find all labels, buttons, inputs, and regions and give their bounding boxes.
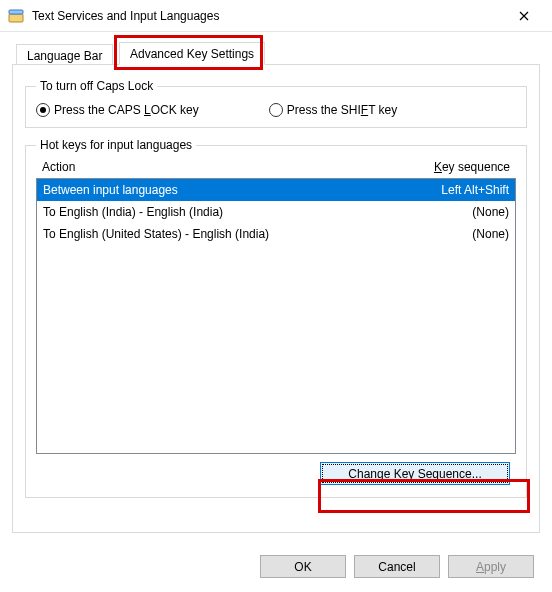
tab-strip: Language Bar Advanced Key Settings [12,42,540,65]
tab-content: To turn off Caps Lock Press the CAPS LOC… [12,65,540,533]
tab-language-bar[interactable]: Language Bar [16,44,113,65]
radio-indicator [269,103,283,117]
change-key-row: Change Key Sequence... [36,462,510,485]
svg-rect-1 [9,10,23,14]
tab-label: Advanced Key Settings [130,47,254,61]
ok-button[interactable]: OK [260,555,346,578]
capslock-radio-row: Press the CAPS LOCK key Press the SHIFT … [36,103,516,117]
apply-button[interactable]: Apply [448,555,534,578]
window-title: Text Services and Input Languages [32,9,504,23]
radio-label: Press the CAPS LOCK key [54,103,199,117]
hotkeys-legend: Hot keys for input languages [36,138,196,152]
col-action-header: Action [42,160,400,174]
app-icon [8,8,24,24]
tab-label: Language Bar [27,49,102,63]
list-item-sequence: (None) [399,225,509,243]
list-item-sequence: Left Alt+Shift [399,181,509,199]
radio-indicator [36,103,50,117]
list-item[interactable]: To English (India) - English (India) (No… [37,201,515,223]
list-item-action: Between input languages [43,181,399,199]
capslock-group: To turn off Caps Lock Press the CAPS LOC… [25,79,527,128]
list-item[interactable]: To English (United States) - English (In… [37,223,515,245]
list-item-action: To English (India) - English (India) [43,203,399,221]
col-sequence-header: Key sequence [400,160,510,174]
dialog-button-bar: OK Cancel Apply [260,555,534,578]
hotkeys-list-header: Action Key sequence [36,158,516,176]
svg-rect-0 [9,14,23,22]
radio-shift-key[interactable]: Press the SHIFT key [269,103,398,117]
close-button[interactable] [504,2,544,30]
list-item-action: To English (United States) - English (In… [43,225,399,243]
hotkeys-group: Hot keys for input languages Action Key … [25,138,527,498]
tab-advanced-key-settings[interactable]: Advanced Key Settings [119,42,265,65]
radio-caps-lock-key[interactable]: Press the CAPS LOCK key [36,103,199,117]
titlebar: Text Services and Input Languages [0,0,552,32]
change-key-sequence-button[interactable]: Change Key Sequence... [320,462,510,485]
cancel-button[interactable]: Cancel [354,555,440,578]
radio-label: Press the SHIFT key [287,103,398,117]
list-item[interactable]: Between input languages Left Alt+Shift [37,179,515,201]
list-item-sequence: (None) [399,203,509,221]
hotkeys-listbox[interactable]: Between input languages Left Alt+Shift T… [36,178,516,454]
capslock-legend: To turn off Caps Lock [36,79,157,93]
